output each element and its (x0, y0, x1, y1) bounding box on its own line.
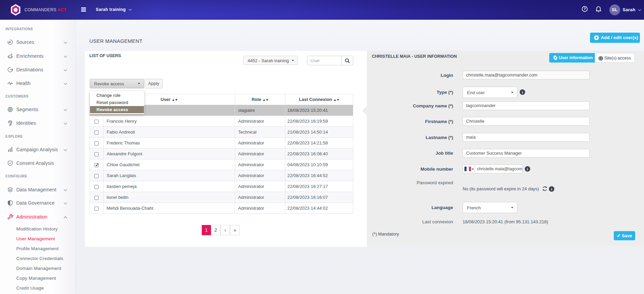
svg-text:?: ? (584, 7, 586, 11)
